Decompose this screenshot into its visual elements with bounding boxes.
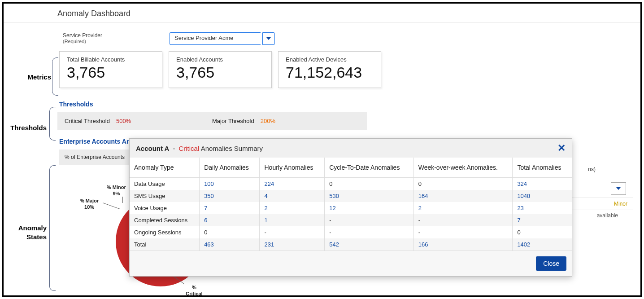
cell-value: - [325, 226, 413, 238]
modal-header: Account A - Critical Anomalies Summary ✕ [130, 139, 572, 158]
cell-value[interactable]: 7 [513, 214, 572, 226]
pie-label-major: % Major10% [80, 198, 99, 211]
cell-value: - [413, 226, 513, 238]
service-provider-dropdown-button[interactable] [262, 32, 275, 45]
table-row: Total4632315421661402 [130, 238, 572, 251]
metric-label: Total Billable Accounts [67, 56, 155, 63]
cell-value: - [413, 214, 513, 226]
table-row: Completed Sessions61--7 [130, 214, 572, 226]
metrics-row: Total Billable Accounts 3,765 Enabled Ac… [57, 51, 637, 88]
cell-value[interactable]: 7 [200, 202, 260, 214]
metric-label: Enabled Active Devices [286, 56, 374, 63]
table-row: SMS Usage35045301641048 [130, 190, 572, 202]
metric-card-billable: Total Billable Accounts 3,765 [59, 51, 162, 88]
cell-value[interactable]: 12 [325, 202, 413, 214]
cell-anomaly-type: Voice Usage [130, 202, 200, 214]
cell-value[interactable]: 324 [513, 178, 572, 190]
cell-value: - [260, 226, 325, 238]
pie-label-critical: % Critical82% [183, 284, 205, 297]
side-label-metrics: Metrics [8, 73, 51, 81]
metric-label: Enabled Accounts [176, 56, 264, 63]
bg-text-fragment: ns) [588, 166, 596, 172]
cell-value[interactable]: 224 [260, 178, 325, 190]
page-title: Anomaly Dashboard [4, 4, 640, 22]
cell-value[interactable]: 6 [200, 214, 260, 226]
cell-value[interactable]: 1402 [513, 238, 572, 251]
cell-value: - [325, 214, 413, 226]
service-provider-selected: Service Provider Acme [170, 32, 261, 45]
cell-value[interactable]: 1 [260, 214, 325, 226]
bg-dropdown-button[interactable] [611, 182, 626, 195]
col-hourly: Hourly Anomalies [260, 158, 325, 178]
cell-value[interactable]: 350 [200, 190, 260, 202]
thresholds-bar: Critical Threshold 500% Major Threshold … [57, 112, 367, 130]
service-provider-select[interactable]: Service Provider Acme [170, 32, 275, 45]
anomalies-table: Anomaly Type Daily Anomalies Hourly Anom… [130, 158, 572, 251]
service-provider-label: Service Provider [63, 32, 102, 39]
cell-value[interactable]: 463 [200, 238, 260, 251]
cell-value[interactable]: 530 [325, 190, 413, 202]
chevron-down-icon [266, 37, 271, 40]
metric-card-enabled: Enabled Accounts 3,765 [169, 51, 272, 88]
critical-threshold-label: Critical Threshold [65, 118, 110, 124]
major-threshold-value: 200% [261, 118, 275, 124]
col-cycle: Cycle-To-Date Anomalies [325, 158, 413, 178]
cell-anomaly-type: Total [130, 238, 200, 251]
cell-value: 0 [413, 178, 513, 190]
side-label-thresholds: Thresholds [4, 124, 47, 132]
pie-label-minor: % Minor9% [107, 184, 126, 197]
service-provider-required: (Required) [63, 39, 102, 44]
service-provider-label-block: Service Provider (Required) [63, 32, 102, 44]
thresholds-title: Thresholds [59, 101, 637, 108]
modal-separator: - [173, 145, 175, 152]
pie-leader-minor [122, 197, 123, 203]
modal-severity: Critical [178, 145, 199, 152]
modal-account-name: Account A [136, 145, 169, 152]
metric-value: 71,152,643 [286, 64, 374, 81]
col-wow: Week-over-week Anomalies. [413, 158, 513, 178]
cell-anomaly-type: SMS Usage [130, 190, 200, 202]
service-provider-row: Service Provider (Required) Service Prov… [57, 26, 637, 51]
table-row: Ongoing Sessions0---0 [130, 226, 572, 238]
cell-value[interactable]: 100 [200, 178, 260, 190]
cell-value: 0 [325, 178, 413, 190]
cell-value: 0 [200, 226, 260, 238]
cell-value[interactable]: 2 [260, 202, 325, 214]
cell-value[interactable]: 4 [260, 190, 325, 202]
pie-leader-major [103, 202, 120, 209]
critical-threshold-value: 500% [116, 118, 131, 124]
cell-value[interactable]: 23 [513, 202, 572, 214]
cell-anomaly-type: Completed Sessions [130, 214, 200, 226]
pct-enterprise-header: % of Enterprise Accounts [59, 150, 131, 165]
col-daily: Daily Anomalies [200, 158, 260, 178]
cell-value[interactable]: 542 [325, 238, 413, 251]
metric-value: 3,765 [176, 64, 264, 81]
close-button[interactable]: Close [536, 256, 566, 271]
cell-anomaly-type: Data Usage [130, 178, 200, 190]
side-label-anomaly-states: Anomaly States [4, 224, 47, 241]
modal-footer: Close [130, 251, 572, 276]
table-row: Data Usage10022400324 [130, 178, 572, 190]
cell-anomaly-type: Ongoing Sessions [130, 226, 200, 238]
col-anomaly-type: Anomaly Type [130, 158, 200, 178]
brace-anomaly-states [49, 165, 56, 291]
anomalies-summary-modal: Account A - Critical Anomalies Summary ✕… [129, 138, 572, 277]
chevron-down-icon [616, 187, 621, 190]
close-icon[interactable]: ✕ [557, 143, 566, 153]
cell-value[interactable]: 231 [260, 238, 325, 251]
cell-value[interactable]: 164 [413, 190, 513, 202]
metric-value: 3,765 [67, 64, 155, 81]
cell-value: 0 [513, 226, 572, 238]
brace-thresholds [49, 107, 56, 141]
bg-available-text: available [597, 212, 618, 219]
cell-value[interactable]: 1048 [513, 190, 572, 202]
cell-value[interactable]: 2 [413, 202, 513, 214]
metric-card-devices: Enabled Active Devices 71,152,643 [278, 51, 381, 88]
bg-minor-cell: Minor [561, 198, 633, 210]
col-total: Total Anomalies [513, 158, 572, 178]
table-row: Voice Usage7212223 [130, 202, 572, 214]
cell-value[interactable]: 166 [413, 238, 513, 251]
major-threshold-label: Major Threshold [212, 118, 254, 124]
